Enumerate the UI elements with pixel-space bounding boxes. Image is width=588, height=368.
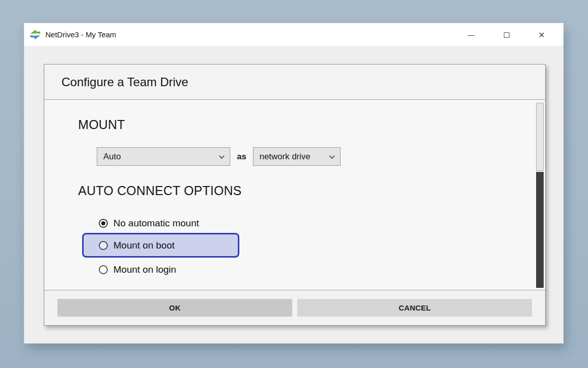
close-button[interactable]: ✕: [530, 23, 553, 46]
cancel-button[interactable]: CANCEL: [297, 299, 532, 317]
ok-button[interactable]: OK: [57, 299, 292, 317]
mount-mode-select[interactable]: Auto: [97, 147, 230, 166]
radio-label[interactable]: No automatic mount: [113, 218, 199, 229]
dialog-header: Configure a Team Drive: [44, 65, 545, 100]
maximize-button[interactable]: [495, 23, 518, 46]
radio-label[interactable]: Mount on login: [113, 264, 176, 275]
minimize-icon: —: [468, 31, 475, 39]
mount-mode-value: Auto: [103, 152, 215, 162]
vertical-scrollbar[interactable]: [536, 103, 544, 288]
title-bar[interactable]: NetDrive3 - My Team — ✕: [24, 23, 563, 46]
radio-label[interactable]: Mount on boot: [113, 240, 174, 251]
close-icon: ✕: [538, 30, 545, 40]
app-window: NetDrive3 - My Team — ✕ Configure a Team…: [24, 23, 563, 343]
as-label: as: [237, 152, 246, 162]
chevron-down-icon: [329, 153, 335, 158]
desktop-background: { "window": { "title": "NetDrive3 - My T…: [0, 0, 588, 368]
radio-option-no-automatic-mount[interactable]: No automatic mount: [99, 217, 199, 230]
radio-unselected-icon[interactable]: [99, 265, 108, 274]
radio-selected-icon[interactable]: [99, 219, 108, 228]
mount-target-select[interactable]: network drive: [253, 147, 341, 166]
scrollbar-track[interactable]: [536, 172, 544, 288]
scrollbar-thumb[interactable]: [536, 103, 544, 171]
window-title: NetDrive3 - My Team: [45, 30, 116, 39]
window-controls: — ✕: [447, 23, 553, 46]
mount-row: Auto as network drive: [97, 147, 341, 166]
maximize-icon: [504, 32, 509, 38]
minimize-button[interactable]: —: [460, 23, 483, 46]
radio-unselected-icon[interactable]: [99, 241, 108, 250]
dialog-footer: OK CANCEL: [44, 290, 545, 325]
dialog-content: MOUNT Auto as network drive AUTO CONNECT…: [44, 100, 545, 290]
mount-target-value: network drive: [259, 152, 325, 162]
mount-section-heading: MOUNT: [78, 117, 125, 132]
radio-option-mount-on-boot-highlighted[interactable]: Mount on boot: [82, 233, 239, 258]
auto-connect-section-heading: AUTO CONNECT OPTIONS: [78, 183, 242, 198]
dialog-title: Configure a Team Drive: [61, 75, 188, 89]
configure-team-drive-dialog: Configure a Team Drive MOUNT Auto as net…: [44, 64, 546, 326]
radio-option-mount-on-login[interactable]: Mount on login: [99, 263, 176, 276]
netdrive-logo-icon: [29, 29, 41, 40]
chevron-down-icon: [219, 153, 224, 158]
